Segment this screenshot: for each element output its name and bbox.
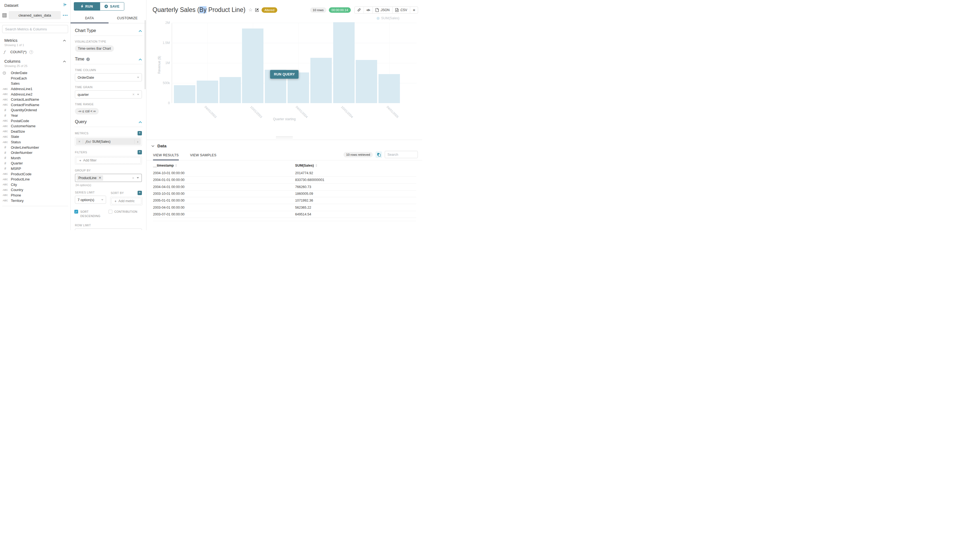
resize-handle[interactable] [276, 137, 293, 138]
group-by-select[interactable]: ProductLine ✕ × [75, 174, 142, 182]
time-column-select[interactable]: OrderDate [75, 73, 142, 81]
export-json-button[interactable]: .JSON [372, 7, 392, 13]
chart-type-section-title: Chart Type [75, 28, 96, 33]
help-icon[interactable]: ? [29, 50, 33, 54]
tab-view-samples[interactable]: VIEW SAMPLES [190, 152, 216, 160]
column-list-item[interactable]: ABCState [0, 134, 70, 140]
search-metrics-input[interactable] [2, 25, 68, 33]
column-list-item[interactable]: ABCCountry [0, 187, 70, 193]
bar-2005-01-01[interactable] [356, 60, 377, 103]
bar-2004-10-01[interactable] [333, 22, 355, 103]
column-list-item[interactable]: #QuantityOrdered [0, 108, 70, 113]
save-button[interactable]: + SAVE [100, 2, 124, 11]
column-list-item[interactable]: ABCAddressLine1 [0, 86, 70, 92]
bar-2003-04-01[interactable] [197, 81, 218, 103]
time-section-title: Time [75, 57, 84, 62]
copy-link-button[interactable] [355, 7, 364, 13]
column-name: Country [11, 188, 23, 192]
dataset-options-menu[interactable]: ••• [63, 13, 68, 17]
clear-icon[interactable]: × [132, 92, 135, 97]
column-list-item[interactable]: ABCProductCode [0, 171, 70, 176]
bar-2003-10-01[interactable] [242, 29, 263, 103]
metric-item[interactable]: ƒ COUNT(*) ? [0, 47, 70, 54]
bar-2003-01-01[interactable] [174, 85, 195, 103]
run-button[interactable]: RUN [74, 2, 100, 11]
cell-sum-sales: 766260.73 [295, 185, 416, 189]
tab-view-results[interactable]: VIEW RESULTS [153, 152, 179, 160]
add-filter-dropzone[interactable]: + Add filter [76, 157, 141, 164]
column-list-item[interactable]: OrderDate [0, 70, 70, 76]
column-list-item[interactable]: #Month [0, 156, 70, 161]
row-limit-select[interactable]: 10000 × [75, 229, 142, 230]
column-header-sum-sales[interactable]: SUM(Sales) [295, 164, 416, 167]
column-list-item[interactable]: ABCContactFirstName [0, 102, 70, 108]
column-list-item[interactable]: #MSRP [0, 166, 70, 172]
add-filter-button[interactable]: + [138, 150, 142, 154]
column-list-item[interactable]: ABCDealSize [0, 129, 70, 134]
column-list-item[interactable]: ABCPhone [0, 193, 70, 198]
chevron-down-icon[interactable] [151, 145, 154, 147]
favorite-star-icon[interactable]: ☆ [248, 7, 253, 13]
chart-legend[interactable]: SUM(Sales) [377, 16, 399, 20]
remove-metric-icon[interactable]: × [76, 140, 83, 143]
column-list-item[interactable]: ABCCity [0, 182, 70, 187]
column-list-item[interactable]: ABCContactLastName [0, 97, 70, 102]
scrollbar[interactable] [145, 20, 146, 89]
column-list-item[interactable]: PriceEach [0, 76, 70, 81]
tab-data[interactable]: DATA [70, 14, 108, 23]
time-range-value[interactable]: -∞ ≤ col < ∞ [75, 108, 99, 114]
column-list-item[interactable]: #Quarter [0, 161, 70, 166]
series-limit-select[interactable]: 7 option(s) [75, 195, 106, 204]
column-list-item[interactable]: #Year [0, 113, 70, 118]
edit-properties-icon[interactable] [255, 8, 259, 12]
abc-type-icon: ABC [3, 103, 11, 106]
chevron-up-icon[interactable] [138, 119, 142, 124]
time-grain-select[interactable]: quarter × [75, 91, 142, 99]
sort-descending-checkbox[interactable]: ✓ SORT DESCENDING [74, 210, 108, 218]
column-list-item[interactable]: ABCTerritory [0, 198, 70, 203]
chart-menu-button[interactable]: ≡ [410, 7, 418, 13]
run-query-button[interactable]: RUN QUERY [270, 70, 298, 79]
chevron-up-icon[interactable] [63, 38, 66, 43]
results-search-input[interactable] [385, 151, 418, 158]
column-list-item[interactable]: #OrderNumber [0, 150, 70, 156]
column-list-item[interactable]: ABCProductLine [0, 176, 70, 182]
chevron-down-icon [137, 94, 139, 95]
chevron-up-icon[interactable] [63, 59, 66, 64]
dataset-name[interactable]: cleaned_sales_data [9, 11, 61, 19]
add-metric-button[interactable]: + [138, 131, 142, 135]
column-list-item[interactable]: #OrderLineNumber [0, 145, 70, 150]
bar-2004-07-01[interactable] [310, 58, 332, 103]
column-list-item[interactable]: ABCPostalCode [0, 118, 70, 124]
export-csv-button[interactable]: .CSV [392, 7, 410, 13]
x-axis-title: Quarter starting [146, 117, 422, 121]
expand-metric-icon[interactable]: › [134, 140, 141, 144]
column-list-item[interactable]: ABCCustomerName [0, 124, 70, 129]
info-icon[interactable]: i [86, 57, 90, 61]
column-list-item[interactable]: Sales [0, 81, 70, 86]
abc-type-icon: ABC [3, 119, 11, 122]
metric-pill[interactable]: ƒ(x)SUM(Sales) [83, 140, 134, 143]
link-icon [357, 8, 361, 12]
copy-data-button[interactable] [375, 151, 382, 158]
column-list-item[interactable]: ABCStatus [0, 140, 70, 145]
chevron-up-icon[interactable] [138, 28, 142, 33]
add-sort-metric-button[interactable]: + [138, 191, 142, 195]
plot-area: 0500k1M1.5M2M04/01/200310/01/200304/01/2… [172, 23, 417, 103]
contribution-checkbox[interactable]: CONTRIBUTION [108, 210, 143, 218]
column-header-timestamp[interactable]: __timestamp [153, 164, 295, 167]
chart-title[interactable]: Quarterly Sales (By Product Line) [153, 6, 245, 14]
bar-2005-04-01[interactable] [379, 74, 400, 103]
collapse-panel-icon[interactable] [63, 3, 67, 8]
bar-2003-07-01[interactable] [220, 77, 241, 103]
column-list-item[interactable]: ABCAddressLine2 [0, 91, 70, 97]
sort-by-label: SORT BY [111, 191, 124, 195]
viz-type-value[interactable]: Time-series Bar Chart [75, 45, 114, 52]
chevron-up-icon[interactable] [138, 57, 142, 62]
altered-badge[interactable]: Altered [262, 7, 277, 13]
embed-code-button[interactable]: </> [364, 7, 373, 13]
clear-icon[interactable]: × [132, 176, 134, 180]
tab-customize[interactable]: CUSTOMIZE [108, 14, 146, 23]
add-sort-metric-dropzone[interactable]: + Add metric [111, 198, 142, 204]
remove-tag-icon[interactable]: ✕ [99, 176, 101, 180]
